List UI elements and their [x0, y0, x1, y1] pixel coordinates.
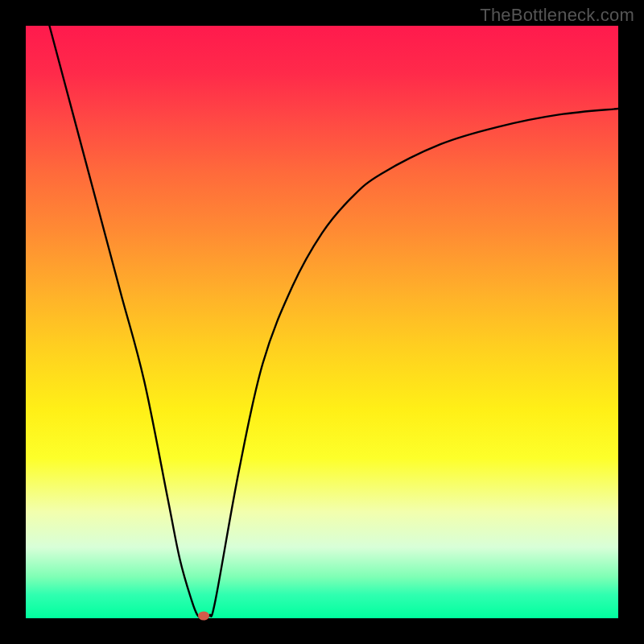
curve-svg [26, 26, 618, 618]
bottleneck-curve [49, 26, 618, 618]
watermark-text: TheBottleneck.com [480, 5, 634, 26]
chart-frame: TheBottleneck.com [0, 0, 644, 644]
plot-area [26, 26, 618, 618]
minimum-marker [198, 612, 209, 621]
